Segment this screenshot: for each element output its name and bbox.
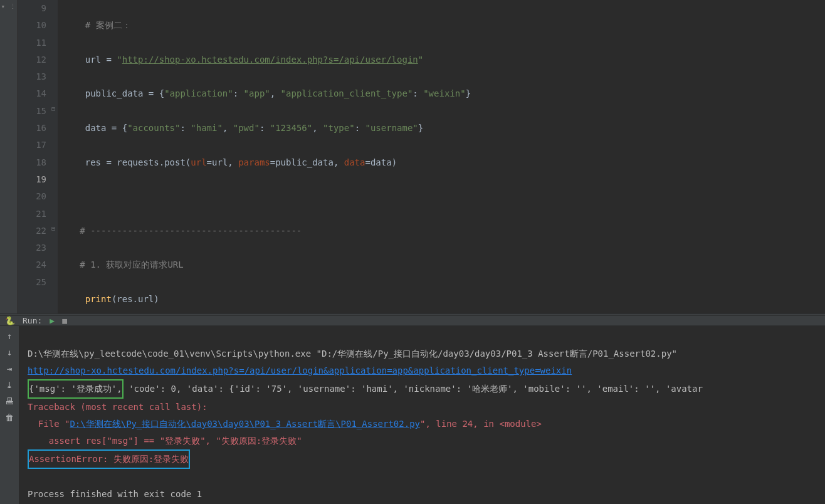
step-down-icon[interactable]: ↓ [7, 347, 12, 357]
traceback-line: Traceback (most recent call last): [28, 402, 208, 412]
code-editor[interactable]: # 案例二： url = "http://shop-xo.hctestedu.c… [58, 0, 825, 313]
line-number-gutter[interactable]: 9 10 11 12 13 14 15 16 17 18 19 20 21 22… [18, 0, 58, 313]
exit-code-line: Process finished with exit code 1 [28, 489, 202, 499]
trash-icon[interactable]: 🗑 [5, 412, 14, 423]
run-label: Run: [23, 316, 42, 325]
run-side-toolbar: ↑ ↓ ⇥ ⤓ 🖶 🗑 [0, 326, 19, 504]
run-tool-window: 🐍 Run: ▶ ■ ↑ ↓ ⇥ ⤓ 🖶 🗑 D:\华测在线\py_leetco… [0, 316, 825, 504]
stop-button[interactable]: ■ [62, 316, 67, 325]
project-tool-rail[interactable]: ▾ ⋮ [0, 0, 18, 313]
traceback-file-link[interactable]: D:\华测在线\Py_接口自动化\day03\day03\P01_3 Asser… [70, 419, 420, 429]
url-link[interactable]: http://shop-xo.hctestedu.com/index.php?s… [122, 55, 418, 65]
console-output[interactable]: D:\华测在线\py_leetcode\code_01\venv\Scripts… [19, 326, 825, 504]
highlight-assertion-error: AssertionError: 失败原因:登录失败 [28, 449, 190, 469]
fold-toggle-icon[interactable]: ⊟ [50, 226, 56, 232]
run-button[interactable]: ▶ [50, 316, 55, 325]
step-up-icon[interactable]: ↑ [7, 331, 12, 341]
scroll-end-icon[interactable]: ⤓ [6, 380, 13, 390]
console-cmd: D:\华测在线\py_leetcode\code_01\venv\Scripts… [28, 349, 677, 359]
code-text: url = [85, 55, 117, 65]
fold-toggle-icon[interactable]: ⊟ [50, 106, 56, 112]
chevron-down-icon[interactable]: ▾ ⋮ [1, 1, 16, 12]
highlight-actual-msg: {'msg': '登录成功', [28, 379, 123, 399]
run-header: 🐍 Run: ▶ ■ [0, 316, 825, 326]
soft-wrap-icon[interactable]: ⇥ [7, 364, 12, 374]
editor-area: ▾ ⋮ 9 10 11 12 13 14 15 16 17 18 19 20 2… [0, 0, 825, 313]
python-icon: 🐍 [5, 316, 15, 325]
console-url-link[interactable]: http://shop-xo.hctestedu.com/index.php?s… [28, 365, 572, 375]
code-comment: # 案例二： [85, 20, 131, 30]
print-icon[interactable]: 🖶 [5, 396, 14, 406]
